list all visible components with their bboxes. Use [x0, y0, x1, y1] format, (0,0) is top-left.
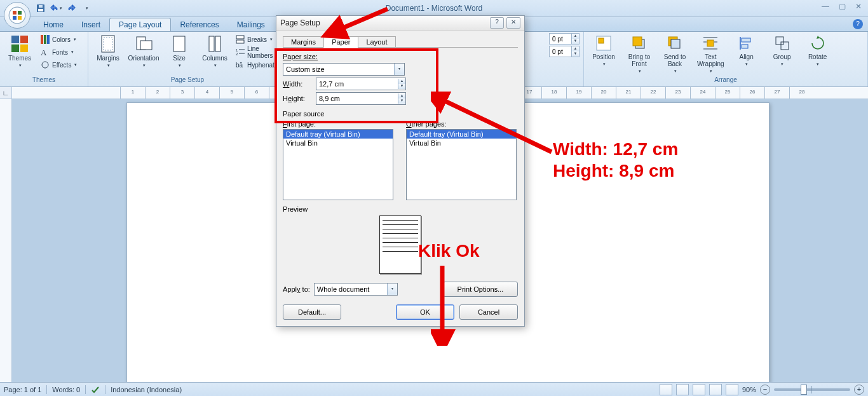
svg-rect-16 — [140, 41, 152, 50]
dialog-tab-margins[interactable]: Margins — [283, 36, 324, 48]
spin-up-icon[interactable]: ▲ — [398, 79, 405, 84]
dialog-help-button[interactable]: ? — [490, 17, 504, 29]
view-web-layout[interactable] — [693, 384, 705, 395]
bring-to-front-button[interactable]: Bring to Front▾ — [623, 33, 655, 75]
preview-label: Preview — [283, 205, 518, 213]
columns-button[interactable]: Columns▾ — [199, 33, 231, 69]
apply-to-combo[interactable]: Whole document▾ — [314, 283, 398, 296]
print-options-button[interactable]: Print Options... — [443, 282, 518, 297]
page-setup-dialog: Page Setup ? ✕ Margins Paper Layout Pape… — [276, 15, 525, 327]
ok-button[interactable]: OK — [396, 304, 454, 320]
text-wrapping-button[interactable]: Text Wrapping▾ — [695, 33, 727, 75]
spellcheck-icon[interactable] — [91, 385, 100, 394]
margins-button[interactable]: Margins▾ — [92, 33, 124, 69]
list-item[interactable]: Default tray (Virtual Bin) — [407, 130, 516, 139]
themes-icon — [10, 34, 29, 53]
theme-fonts-button[interactable]: AFonts▾ — [39, 46, 78, 58]
list-item[interactable]: Virtual Bin — [283, 139, 393, 147]
status-page[interactable]: Page: 1 of 1 — [4, 386, 41, 393]
undo-button[interactable]: ▾ — [50, 2, 62, 15]
other-pages-listbox[interactable]: Default tray (Virtual Bin) Virtual Bin — [406, 129, 517, 200]
list-item[interactable]: Virtual Bin — [407, 139, 516, 147]
help-button[interactable]: ? — [853, 19, 863, 29]
colors-icon — [41, 35, 50, 44]
view-draft[interactable] — [726, 384, 738, 395]
margins-icon — [100, 34, 116, 53]
spin-down-icon[interactable]: ▼ — [398, 99, 405, 104]
group-icon — [773, 34, 791, 52]
tab-page-layout[interactable]: Page Layout — [109, 18, 171, 31]
columns-icon — [207, 34, 222, 53]
zoom-slider[interactable] — [774, 388, 850, 391]
group-label-themes: Themes — [4, 76, 84, 86]
height-input[interactable]: 8,9 cm▲▼ — [316, 92, 406, 105]
bring-front-icon — [630, 34, 648, 52]
minimize-button[interactable]: — — [820, 2, 831, 11]
view-print-layout[interactable] — [660, 384, 672, 395]
orientation-button[interactable]: Orientation▾ — [128, 33, 159, 69]
spin-down-icon[interactable]: ▼ — [571, 39, 579, 44]
office-button[interactable] — [4, 2, 31, 29]
close-button[interactable]: ✕ — [853, 2, 864, 11]
group-label-arrange: Arrange — [588, 76, 864, 86]
spin-down-icon[interactable]: ▼ — [398, 84, 405, 89]
zoom-out-button[interactable]: − — [760, 385, 770, 395]
svg-rect-18 — [209, 36, 214, 51]
spacing-before-input[interactable]: 0 pt▲▼ — [549, 33, 580, 44]
svg-rect-2 — [38, 9, 43, 11]
zoom-in-button[interactable]: + — [854, 385, 864, 395]
ruler-vertical[interactable] — [0, 99, 12, 382]
size-icon — [172, 34, 187, 53]
first-page-listbox[interactable]: Default tray (Virtual Bin) Virtual Bin — [283, 129, 393, 200]
dialog-title: Page Setup — [280, 18, 487, 27]
svg-rect-5 — [20, 36, 28, 43]
default-button[interactable]: Default... — [283, 304, 341, 320]
svg-rect-28 — [599, 38, 604, 43]
spin-up-icon[interactable]: ▲ — [571, 46, 579, 51]
qat-customize[interactable]: ▾ — [80, 2, 93, 15]
office-logo-icon — [8, 6, 26, 24]
chevron-down-icon: ▾ — [394, 64, 404, 75]
dialog-close-button[interactable]: ✕ — [506, 17, 520, 29]
spin-down-icon[interactable]: ▼ — [571, 51, 579, 57]
zoom-level[interactable]: 90% — [742, 386, 756, 393]
maximize-button[interactable]: ▢ — [836, 2, 848, 11]
spacing-after-input[interactable]: 0 pt▲▼ — [549, 46, 580, 57]
tab-home[interactable]: Home — [34, 18, 72, 31]
themes-button[interactable]: Themes▾ — [4, 33, 36, 69]
view-full-screen[interactable] — [676, 384, 689, 395]
align-icon — [738, 34, 756, 52]
spin-up-icon[interactable]: ▲ — [398, 93, 405, 99]
chevron-down-icon: ▾ — [86, 6, 88, 11]
spin-up-icon[interactable]: ▲ — [571, 34, 579, 39]
position-icon — [595, 34, 613, 52]
status-bar: Page: 1 of 1 Words: 0 Indonesian (Indone… — [0, 382, 868, 396]
cancel-button[interactable]: Cancel — [459, 304, 518, 320]
svg-rect-19 — [215, 36, 220, 51]
send-to-back-button[interactable]: Send to Back▾ — [659, 33, 691, 75]
status-words[interactable]: Words: 0 — [52, 386, 80, 393]
position-button[interactable]: Position▾ — [588, 33, 620, 68]
dialog-tab-paper[interactable]: Paper — [323, 36, 358, 48]
theme-effects-button[interactable]: Effects▾ — [39, 58, 78, 71]
rotate-button[interactable]: Rotate▾ — [802, 33, 834, 68]
paper-size-combo[interactable]: Custom size▾ — [283, 63, 405, 76]
save-button[interactable] — [34, 2, 47, 15]
tab-selector[interactable]: ∟ — [0, 87, 12, 99]
view-outline[interactable] — [709, 384, 722, 395]
width-input[interactable]: 12,7 cm▲▼ — [316, 78, 406, 90]
line-numbers-icon: 12 — [236, 48, 245, 57]
align-button[interactable]: Align▾ — [731, 33, 763, 68]
redo-button[interactable] — [65, 2, 78, 15]
svg-rect-3 — [39, 5, 43, 8]
group-button[interactable]: Group▾ — [766, 33, 798, 68]
size-button[interactable]: Size▾ — [163, 33, 195, 69]
svg-point-12 — [42, 62, 48, 68]
dialog-tab-layout[interactable]: Layout — [358, 36, 395, 48]
list-item[interactable]: Default tray (Virtual Bin) — [283, 130, 393, 139]
status-language[interactable]: Indonesian (Indonesia) — [111, 386, 182, 393]
tab-references[interactable]: References — [171, 18, 227, 31]
tab-insert[interactable]: Insert — [72, 18, 109, 31]
theme-colors-button[interactable]: Colors▾ — [39, 33, 78, 46]
tab-mailings[interactable]: Mailings — [228, 18, 274, 31]
